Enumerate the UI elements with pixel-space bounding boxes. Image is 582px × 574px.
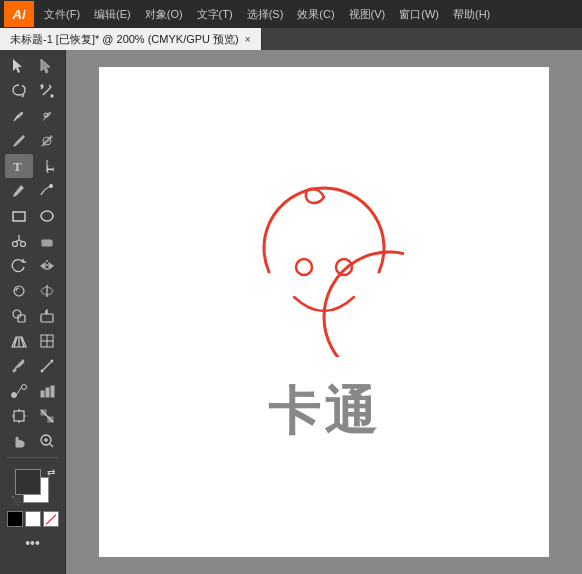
- svg-rect-46: [51, 386, 54, 397]
- svg-point-58: [296, 259, 312, 275]
- eraser-tool[interactable]: [33, 229, 61, 253]
- menu-file[interactable]: 文件(F): [38, 0, 86, 28]
- svg-point-18: [12, 242, 17, 247]
- warp-tool[interactable]: [5, 279, 33, 303]
- cartoon-face-svg[interactable]: [244, 177, 404, 357]
- svg-line-6: [49, 85, 51, 87]
- svg-point-43: [21, 385, 26, 390]
- blob-brush-tool[interactable]: [33, 129, 61, 153]
- menu-effect[interactable]: 效果(C): [291, 0, 340, 28]
- tool-row-7: [0, 204, 65, 228]
- svg-point-19: [20, 242, 25, 247]
- selection-tool[interactable]: [5, 54, 33, 78]
- blend-tool[interactable]: [5, 379, 33, 403]
- scissors-tool[interactable]: [5, 229, 33, 253]
- pen-tool[interactable]: [5, 104, 33, 128]
- document-tab[interactable]: 未标题-1 [已恢复]* @ 200% (CMYK/GPU 预览) ×: [0, 28, 262, 50]
- tool-row-4: [0, 129, 65, 153]
- svg-rect-31: [41, 314, 53, 322]
- perspective-tool[interactable]: [5, 329, 33, 353]
- color-area: ⇄ ⬛: [0, 465, 65, 509]
- reset-colors-icon[interactable]: ⬛: [11, 496, 21, 505]
- svg-line-4: [43, 87, 51, 95]
- tool-row-1: [0, 54, 65, 78]
- menu-object[interactable]: 对象(O): [139, 0, 189, 28]
- svg-text:T: T: [44, 165, 55, 173]
- menu-window[interactable]: 窗口(W): [393, 0, 445, 28]
- svg-point-29: [13, 310, 21, 318]
- menu-type[interactable]: 文字(T): [191, 0, 239, 28]
- main-area: T T: [0, 50, 582, 574]
- menu-select[interactable]: 选择(S): [241, 0, 290, 28]
- tab-bar: 未标题-1 [已恢复]* @ 200% (CMYK/GPU 预览) ×: [0, 28, 582, 50]
- vertical-type-tool[interactable]: T: [33, 154, 61, 178]
- tab-close-button[interactable]: ×: [245, 34, 251, 45]
- eyedropper-tool[interactable]: [5, 354, 33, 378]
- menu-view[interactable]: 视图(V): [343, 0, 392, 28]
- foreground-color-box[interactable]: [15, 469, 41, 495]
- svg-rect-47: [14, 411, 24, 421]
- ellipse-tool[interactable]: [33, 204, 61, 228]
- slice-tool[interactable]: [33, 404, 61, 428]
- tool-row-10: [0, 279, 65, 303]
- svg-point-7: [41, 85, 43, 87]
- artboard: 卡通: [99, 67, 549, 557]
- hand-tool[interactable]: [5, 429, 33, 453]
- tool-row-9: [0, 254, 65, 278]
- small-swatches-row: [7, 511, 59, 527]
- toolbar: T T: [0, 50, 66, 574]
- menu-bar: 文件(F) 编辑(E) 对象(O) 文字(T) 选择(S) 效果(C) 视图(V…: [38, 0, 496, 28]
- type-tool-anchor[interactable]: [33, 104, 61, 128]
- svg-marker-0: [13, 59, 22, 73]
- rectangle-tool[interactable]: [5, 204, 33, 228]
- tool-row-15: [0, 404, 65, 428]
- black-swatch[interactable]: [7, 511, 23, 527]
- menu-help[interactable]: 帮助(H): [447, 0, 496, 28]
- svg-rect-52: [41, 410, 46, 415]
- tool-row-6: [0, 179, 65, 203]
- width-tool[interactable]: [33, 279, 61, 303]
- tool-row-8: [0, 229, 65, 253]
- mesh-tool[interactable]: [33, 329, 61, 353]
- svg-text:T: T: [13, 159, 22, 174]
- tool-row-5: T T: [0, 154, 65, 178]
- svg-marker-26: [41, 263, 45, 269]
- artwork-label[interactable]: 卡通: [268, 377, 380, 447]
- reflect-tool[interactable]: [33, 254, 61, 278]
- artwork-container: 卡通: [244, 177, 404, 447]
- live-paint-tool[interactable]: [33, 304, 61, 328]
- pencil-tool[interactable]: [5, 179, 33, 203]
- magic-wand-tool[interactable]: [33, 79, 61, 103]
- artboard-tool[interactable]: [5, 404, 33, 428]
- tool-row-13: [0, 354, 65, 378]
- graph-tool[interactable]: [33, 379, 61, 403]
- more-tools-button[interactable]: •••: [0, 535, 65, 551]
- type-tool[interactable]: T: [5, 154, 33, 178]
- svg-rect-45: [46, 388, 49, 397]
- measure-tool[interactable]: [33, 354, 61, 378]
- direct-selection-tool[interactable]: [33, 54, 61, 78]
- white-swatch[interactable]: [25, 511, 41, 527]
- svg-marker-27: [49, 263, 53, 269]
- svg-rect-30: [18, 315, 25, 322]
- tool-row-12: [0, 329, 65, 353]
- tab-label: 未标题-1 [已恢复]* @ 200% (CMYK/GPU 预览): [10, 32, 239, 47]
- tool-row-11: [0, 304, 65, 328]
- zoom-tool[interactable]: [33, 429, 61, 453]
- menu-edit[interactable]: 编辑(E): [88, 0, 137, 28]
- shape-builder-tool[interactable]: [5, 304, 33, 328]
- svg-point-42: [11, 393, 16, 398]
- svg-line-55: [50, 444, 53, 447]
- svg-line-39: [41, 360, 53, 372]
- brush-tool[interactable]: [5, 129, 33, 153]
- lasso-tool[interactable]: [5, 79, 33, 103]
- tool-row-2: [0, 79, 65, 103]
- rotate-tool[interactable]: [5, 254, 33, 278]
- svg-rect-44: [41, 391, 44, 397]
- svg-rect-53: [48, 417, 53, 422]
- none-swatch[interactable]: [43, 511, 59, 527]
- tool-row-14: [0, 379, 65, 403]
- smooth-tool[interactable]: [33, 179, 61, 203]
- title-bar: Ai 文件(F) 编辑(E) 对象(O) 文字(T) 选择(S) 效果(C) 视…: [0, 0, 582, 28]
- ai-logo: Ai: [4, 1, 34, 27]
